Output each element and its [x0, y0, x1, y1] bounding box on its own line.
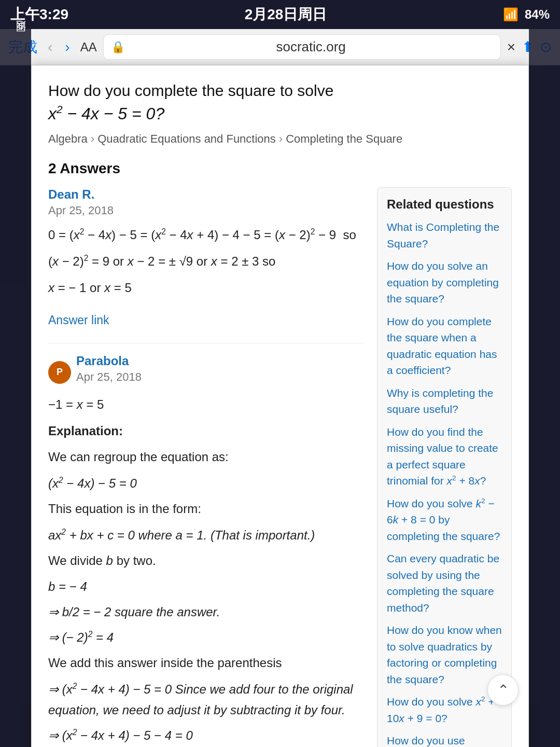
related-link-5[interactable]: How do you find the missing value to cre… — [387, 424, 502, 489]
battery-icon: 84% — [525, 7, 550, 22]
answer-2-b3: ⇒ (− 2)2 = 4 — [48, 627, 365, 648]
browser-content: How do you complete the square to solve … — [31, 65, 529, 747]
url-text: socratic.org — [129, 39, 493, 55]
answer-1-link[interactable]: Answer link — [48, 313, 109, 327]
answer-1-line3: x = − 1 or x = 5 — [48, 278, 365, 299]
url-bar[interactable]: 🔒 socratic.org — [103, 34, 501, 60]
answer-2-form: ax2 + bx + c = 0 where a = 1. (That is i… — [48, 525, 365, 546]
related-link-3[interactable]: How do you complete the square when a qu… — [387, 313, 502, 379]
answer-2-step2: ⇒ (x2 − 4x + 4) − 5 − 4 = 0 — [48, 725, 365, 746]
status-bar: 上午3:29 2月28日周日 📶 84% — [0, 0, 560, 29]
question-math: x2 − 4x − 5 = 0? — [48, 104, 164, 123]
right-overlay — [529, 29, 560, 703]
related-link-6[interactable]: How do you solve k2 − 6k + 8 = 0 by comp… — [387, 495, 502, 545]
related-link-10[interactable]: How do you use completing the square met… — [387, 732, 502, 747]
answer-1: Dean R. Apr 25, 2018 0 = (x2 − 4x) − 5 =… — [48, 187, 365, 327]
question-title: How do you complete the square to solve … — [48, 80, 512, 125]
breadcrumb-completing[interactable]: Completing the Square — [286, 132, 402, 146]
close-tab-button[interactable]: × — [507, 39, 515, 56]
answer-2-step1: ⇒ (x2 − 4x + 4) − 5 = 0 Since we add fou… — [48, 679, 365, 722]
related-link-7[interactable]: Can every quadratic be solved by using t… — [387, 550, 502, 616]
forward-button[interactable]: › — [61, 37, 74, 58]
left-overlay: 返回 — [0, 29, 31, 703]
back-button[interactable]: ‹ — [44, 37, 57, 58]
answer-1-line2: (x − 2)2 = 9 or x − 2 = ± √9 or x = 2 ± … — [48, 251, 365, 272]
related-link-1[interactable]: What is Completing the Square? — [387, 219, 502, 252]
main-layout: Dean R. Apr 25, 2018 0 = (x2 − 4x) − 5 =… — [48, 187, 512, 747]
related-link-9[interactable]: How do you solve x2 + 10x + 9 = 0? — [387, 694, 502, 726]
related-title: Related questions — [387, 197, 502, 212]
related-box: Related questions What is Completing the… — [377, 187, 512, 747]
chevron-up-icon: ⌃ — [497, 682, 509, 699]
related-link-2[interactable]: How do you solve an equation by completi… — [387, 258, 502, 307]
back-to-top-button[interactable]: ⌃ — [487, 674, 519, 706]
breadcrumb: Algebra › Quadratic Equations and Functi… — [48, 132, 512, 146]
browser-bar: 完成 ‹ › AA 🔒 socratic.org × ⬆ ⊙ — [0, 29, 560, 65]
answerer-2-avatar: P — [48, 361, 71, 384]
related-link-8[interactable]: How do you know when to solve quadratics… — [387, 622, 502, 687]
answer-2-add: We add this answer inside the parenthesi… — [48, 653, 365, 674]
breadcrumb-algebra[interactable]: Algebra — [48, 132, 88, 146]
status-time: 上午3:29 — [10, 5, 68, 24]
sidebar-column: Related questions What is Completing the… — [377, 187, 512, 747]
answer-2-date: Apr 25, 2018 — [76, 370, 142, 384]
answer-2-divide: We divide b by two. — [48, 550, 365, 572]
answers-column: Dean R. Apr 25, 2018 0 = (x2 − 4x) − 5 =… — [48, 187, 365, 747]
breadcrumb-quadratic[interactable]: Quadratic Equations and Functions — [97, 132, 276, 146]
answer-2-p2: This equation is in the form: — [48, 499, 365, 520]
answer-2-b: b = − 4 — [48, 576, 365, 598]
answer-2: P Parabola Apr 25, 2018 −1 = x = 5 Expla… — [48, 354, 365, 747]
status-date: 2月28日周日 — [245, 5, 327, 24]
answerer-1-name[interactable]: Dean R. — [48, 187, 365, 202]
answer-2-explanation-label: Explanation: — [48, 421, 365, 442]
lock-icon: 🔒 — [111, 40, 125, 54]
answer-2-eq1: (x2 − 4x) − 5 = 0 — [48, 473, 365, 494]
answer-2-p1: We can regroup the equation as: — [48, 447, 365, 468]
aa-button[interactable]: AA — [80, 40, 97, 54]
answerer-2-name[interactable]: Parabola — [76, 354, 142, 368]
wifi-icon: 📶 — [503, 7, 519, 22]
answer-2-summary: −1 = x = 5 — [48, 394, 365, 416]
answer-divider — [48, 343, 365, 343]
answer-1-date: Apr 25, 2018 — [48, 204, 365, 217]
related-link-4[interactable]: Why is completing the square useful? — [387, 385, 502, 418]
answers-heading: 2 Answers — [48, 160, 512, 177]
answer-2-b2: ⇒ b/2 = − 2 square the answer. — [48, 602, 365, 623]
answer-1-line1: 0 = (x2 − 4x) − 5 = (x2 − 4x + 4) − 4 − … — [48, 225, 365, 246]
